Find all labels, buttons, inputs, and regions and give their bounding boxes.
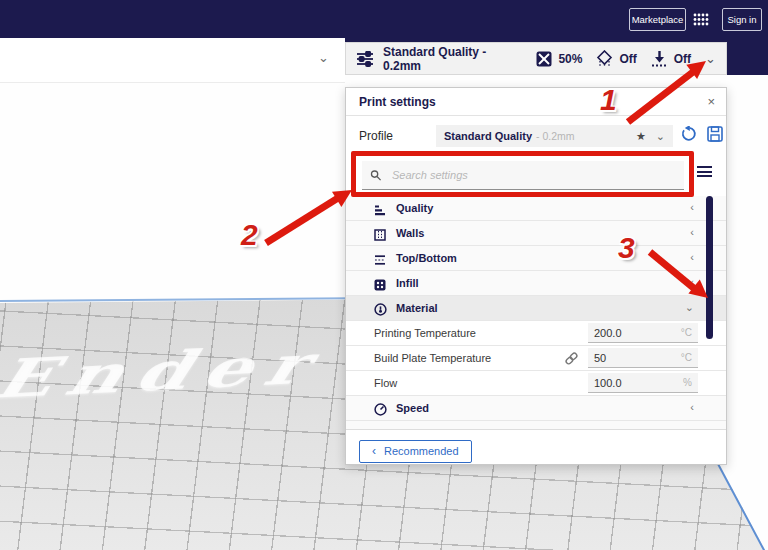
link-icon bbox=[564, 351, 579, 370]
category-label: Top/Bottom bbox=[396, 252, 457, 264]
setting-value: 100.0 bbox=[594, 377, 622, 389]
panel-footer: ‹Recommended bbox=[346, 429, 726, 466]
category-label: Infill bbox=[396, 277, 419, 289]
marketplace-button[interactable]: Marketplace bbox=[629, 8, 686, 31]
cura-window: Ender PREPARE PREVIEW MONITOR Marketplac… bbox=[0, 0, 768, 550]
profile-label: Profile bbox=[359, 129, 393, 143]
apps-grid-icon[interactable] bbox=[693, 12, 709, 30]
search-box[interactable] bbox=[362, 161, 684, 190]
settings-menu-icon[interactable] bbox=[697, 166, 712, 177]
build-plate-temperature-field[interactable]: 50 °C bbox=[588, 348, 698, 368]
category-top-bottom[interactable]: Top/Bottom ‹ bbox=[346, 246, 726, 271]
marketplace-label: Marketplace bbox=[632, 14, 684, 25]
flow-field[interactable]: 100.0 % bbox=[588, 373, 698, 393]
search-icon bbox=[370, 169, 382, 182]
sliders-icon bbox=[356, 51, 375, 67]
settings-list: Quality ‹ Walls ‹ bbox=[346, 196, 726, 429]
chevron-expanded-icon: ⌄ bbox=[685, 301, 694, 314]
walls-icon bbox=[374, 227, 386, 245]
chevron-collapsed-icon: ‹ bbox=[690, 201, 694, 213]
setting-label: Flow bbox=[374, 377, 397, 389]
category-speed[interactable]: Speed ‹ bbox=[346, 396, 726, 421]
setting-flow: Flow 100.0 % bbox=[346, 371, 726, 396]
chevron-collapsed-icon: ‹ bbox=[690, 276, 694, 288]
infill-icon bbox=[536, 51, 552, 67]
sign-in-button[interactable]: Sign in bbox=[722, 8, 762, 31]
recommended-label: Recommended bbox=[384, 445, 459, 457]
print-settings-toolbar[interactable]: Standard Quality - 0.2mm 50% Off bbox=[345, 42, 727, 75]
settings-scrollbar[interactable] bbox=[706, 196, 713, 339]
support-value: Off bbox=[619, 52, 636, 66]
toolbar-expand-chevron-icon[interactable]: ⌄ bbox=[705, 51, 716, 66]
setting-unit: °C bbox=[681, 327, 692, 338]
category-infill[interactable]: Infill ‹ bbox=[346, 271, 726, 296]
setting-printing-temperature: Printing Temperature 200.0 °C bbox=[346, 321, 726, 346]
adhesion-icon bbox=[651, 50, 668, 67]
speed-icon bbox=[374, 402, 387, 420]
adhesion-value: Off bbox=[674, 52, 691, 66]
category-travel[interactable]: Travel ‹ bbox=[346, 421, 726, 429]
profile-row: Profile Standard Quality - 0.2mm ★ ⌄ bbox=[346, 124, 726, 148]
setting-value: 50 bbox=[594, 352, 606, 364]
save-profile-icon[interactable] bbox=[707, 126, 723, 146]
setting-value: 200.0 bbox=[594, 327, 622, 339]
star-icon[interactable]: ★ bbox=[636, 130, 646, 143]
quality-icon bbox=[374, 202, 386, 220]
category-quality[interactable]: Quality ‹ bbox=[346, 196, 726, 221]
setting-label: Printing Temperature bbox=[374, 327, 476, 339]
panel-header: Print settings × bbox=[346, 88, 726, 116]
category-label: Walls bbox=[396, 227, 424, 239]
support-icon bbox=[596, 50, 613, 67]
profile-dropdown[interactable]: Standard Quality - 0.2mm ★ ⌄ bbox=[436, 125, 673, 147]
category-label: Material bbox=[396, 302, 438, 314]
category-walls[interactable]: Walls ‹ bbox=[346, 221, 726, 246]
print-settings-panel: Print settings × Profile Standard Qualit… bbox=[345, 87, 727, 465]
material-icon bbox=[374, 302, 387, 320]
chevron-collapsed-icon: ‹ bbox=[690, 251, 694, 263]
build-plate-watermark: Ender bbox=[0, 332, 330, 410]
category-material[interactable]: Material ⌄ bbox=[346, 296, 726, 321]
search-row bbox=[346, 152, 726, 196]
setting-label: Build Plate Temperature bbox=[374, 352, 491, 364]
chevron-down-icon: ⌄ bbox=[318, 50, 329, 65]
search-input[interactable] bbox=[390, 168, 676, 182]
top-bottom-icon bbox=[374, 252, 386, 270]
chevron-left-icon: ‹ bbox=[372, 444, 376, 458]
recommended-button[interactable]: ‹Recommended bbox=[359, 440, 472, 463]
sign-in-label: Sign in bbox=[727, 14, 756, 25]
setting-unit: °C bbox=[681, 352, 692, 363]
infill-category-icon bbox=[374, 277, 386, 295]
printer-selector[interactable]: ⌄ bbox=[0, 38, 345, 83]
chevron-down-icon: ⌄ bbox=[656, 130, 665, 143]
panel-title: Print settings bbox=[359, 95, 436, 109]
category-label: Quality bbox=[396, 202, 433, 214]
setting-build-plate-temperature: Build Plate Temperature 50 °C bbox=[346, 346, 726, 371]
profile-suffix: - 0.2mm bbox=[536, 130, 575, 142]
category-label: Speed bbox=[396, 402, 429, 414]
profile-name: Standard Quality bbox=[444, 130, 532, 142]
infill-value: 50% bbox=[558, 52, 582, 66]
reset-profile-icon[interactable] bbox=[680, 126, 697, 147]
printing-temperature-field[interactable]: 200.0 °C bbox=[588, 323, 698, 343]
setting-unit: % bbox=[683, 377, 692, 388]
active-profile-label: Standard Quality - 0.2mm bbox=[383, 45, 522, 73]
chevron-collapsed-icon: ‹ bbox=[690, 401, 694, 413]
close-icon[interactable]: × bbox=[707, 94, 715, 109]
chevron-collapsed-icon: ‹ bbox=[690, 226, 694, 238]
